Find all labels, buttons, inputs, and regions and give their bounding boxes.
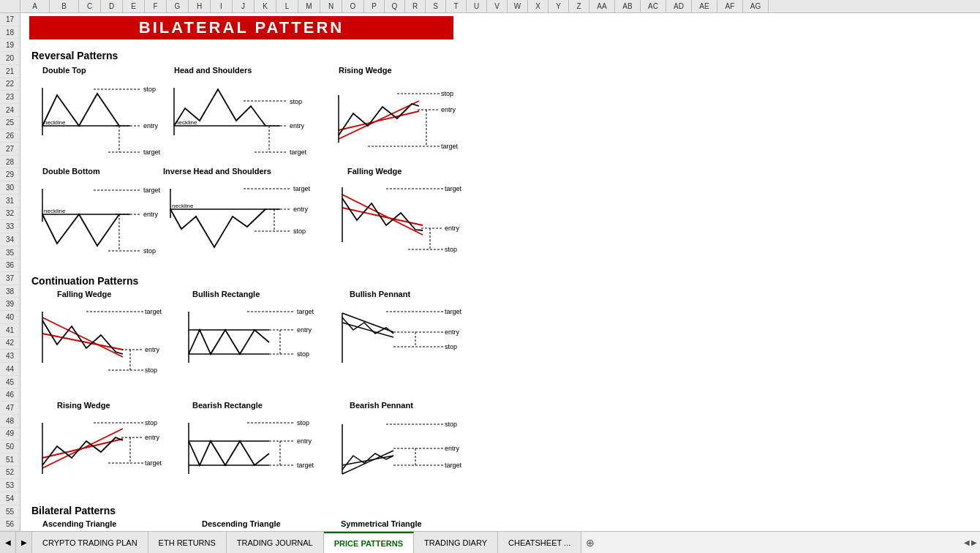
tab-cheatsheet[interactable]: CHEATSHEET ... (498, 532, 581, 553)
svg-line-82 (342, 323, 393, 337)
row-19: 19 (0, 39, 20, 52)
col-q: Q (385, 0, 405, 12)
svg-line-20 (339, 101, 419, 139)
svg-text:entry: entry (297, 437, 312, 445)
row-34: 34 (0, 233, 20, 247)
row-22: 22 (0, 78, 20, 91)
row-41: 41 (0, 324, 20, 337)
bearish-pennant-svg: stop entry target (335, 408, 463, 507)
col-k: K (255, 0, 276, 12)
col-aa: AA (589, 0, 615, 12)
row-18: 18 (0, 26, 20, 40)
col-x: X (528, 0, 549, 12)
ascending-triangle-title: Ascending Triangle (42, 519, 116, 528)
svg-line-111 (342, 451, 393, 474)
col-c: C (79, 0, 101, 12)
content-area: BILATERAL PATTERN Reversal Patterns Doub… (20, 13, 980, 531)
bilateral-section-title: Bilateral Patterns (31, 505, 116, 516)
descending-triangle-title: Descending Triangle (202, 519, 281, 528)
svg-text:target: target (445, 308, 462, 315)
tab-scroll-buttons: ◀ ▶ (961, 532, 980, 553)
svg-text:entry: entry (297, 326, 312, 334)
row-54: 54 (0, 492, 20, 505)
row-51: 51 (0, 454, 20, 467)
bearish-rect-svg: stop entry target (181, 408, 317, 507)
tab-nav-left[interactable]: ◀ (0, 532, 16, 553)
svg-text:entry: entry (145, 434, 160, 441)
row-45: 45 (0, 376, 20, 389)
row-32: 32 (0, 208, 20, 221)
col-a: A (20, 0, 50, 12)
spreadsheet-body: BILATERAL PATTERN Reversal Patterns Doub… (20, 13, 980, 531)
svg-line-50 (342, 195, 423, 235)
col-t: T (446, 0, 467, 12)
row-24: 24 (0, 104, 20, 117)
row-39: 39 (0, 298, 20, 311)
row-46: 46 (0, 388, 20, 402)
row-27: 27 (0, 143, 20, 156)
tab-add-button[interactable]: ⊕ (581, 532, 599, 553)
col-s: S (426, 0, 446, 12)
svg-text:entry: entry (290, 122, 305, 129)
tab-crypto-trading-plan[interactable]: CRYPTO TRADING PLAN (32, 532, 148, 553)
col-d: D (101, 0, 123, 12)
col-z: Z (569, 0, 589, 12)
row-30: 30 (0, 181, 20, 195)
svg-text:entry: entry (145, 346, 160, 353)
col-w: W (508, 0, 528, 12)
svg-text:stop: stop (297, 419, 309, 426)
tab-nav-right[interactable]: ▶ (16, 532, 32, 553)
tab-eth-returns[interactable]: ETH RETURNS (148, 532, 227, 553)
svg-text:stop: stop (293, 227, 306, 235)
head-shoulders-svg: stop entry target neckline (167, 73, 313, 165)
col-e: E (123, 0, 145, 12)
col-r: R (405, 0, 426, 12)
svg-text:entry: entry (445, 328, 460, 336)
col-u: U (467, 0, 487, 12)
svg-text:target: target (297, 308, 314, 315)
col-y: Y (549, 0, 569, 12)
svg-text:stop: stop (145, 419, 157, 426)
main-content: 17 18 19 20 21 22 23 24 25 26 27 28 29 3… (0, 13, 980, 531)
tab-trading-journal[interactable]: TRADING JOURNAL (227, 532, 324, 553)
svg-line-21 (339, 111, 419, 130)
svg-text:stop: stop (290, 98, 302, 105)
row-28: 28 (0, 156, 20, 169)
svg-text:entry: entry (441, 106, 456, 113)
row-40: 40 (0, 311, 20, 324)
svg-text:entry: entry (143, 211, 159, 218)
svg-text:stop: stop (441, 90, 453, 97)
row-25: 25 (0, 117, 20, 130)
col-b: B (50, 0, 79, 12)
col-af: AF (717, 0, 743, 12)
svg-text:stop: stop (445, 343, 457, 350)
svg-text:target: target (290, 148, 307, 156)
row-56: 56 (0, 518, 20, 531)
tab-bar: ◀ ▶ CRYPTO TRADING PLAN ETH RETURNS TRAD… (0, 531, 980, 553)
banner: BILATERAL PATTERN (29, 16, 453, 40)
tab-trading-diary[interactable]: TRADING DIARY (414, 532, 498, 553)
tab-price-patterns[interactable]: PRICE PATTERNS (324, 532, 414, 553)
falling-wedge-cont-svg: target entry stop (35, 297, 163, 396)
column-headers: A B C D E F G H I J K L M N O P Q R S T … (0, 0, 980, 13)
row-38: 38 (0, 285, 20, 298)
col-h: H (189, 0, 211, 12)
row-35: 35 (0, 247, 20, 260)
svg-line-60 (42, 317, 123, 357)
tab-scroll-right[interactable]: ▶ (971, 538, 977, 546)
inv-head-shoulders-svg: target entry stop neckline (163, 174, 317, 269)
svg-text:entry: entry (445, 445, 460, 452)
row-numbers: 17 18 19 20 21 22 23 24 25 26 27 28 29 3… (0, 13, 20, 531)
col-v: V (487, 0, 508, 12)
svg-text:stop: stop (143, 86, 156, 93)
tab-scroll-left[interactable]: ◀ (964, 538, 970, 546)
col-ab: AB (615, 0, 641, 12)
col-j: J (233, 0, 255, 12)
row-31: 31 (0, 195, 20, 208)
row-42: 42 (0, 337, 20, 350)
row-37: 37 (0, 272, 20, 285)
rising-wedge-rev-svg: stop entry target (331, 73, 459, 165)
col-i: I (211, 0, 233, 12)
col-ae: AE (692, 0, 717, 12)
col-ag: AG (743, 0, 769, 12)
